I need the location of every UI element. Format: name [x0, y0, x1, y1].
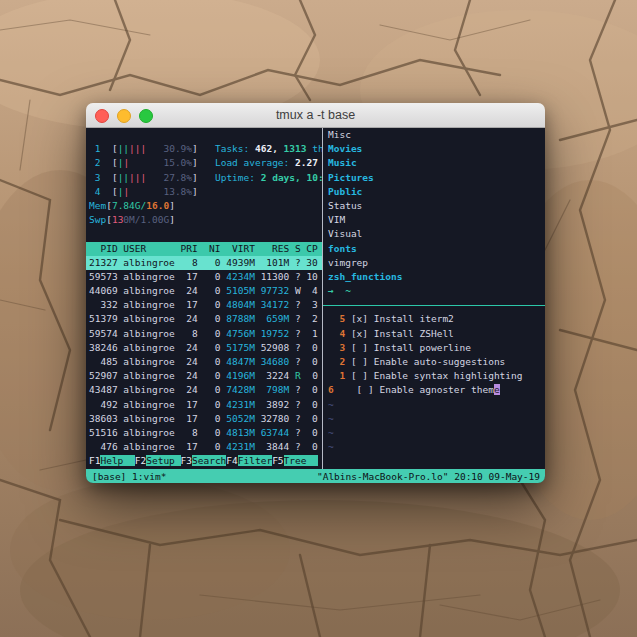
cpu-meter-3: 3 [||||| 27.8%] Uptime: 2 days, 10:1 — [86, 171, 322, 185]
process-row[interactable]: 52907 albingroe 24 0 4196M 3224 R 0 — [86, 369, 322, 383]
vim-tilde-line: ~ — [323, 412, 545, 426]
vim-checklist-line: 5 [x] Install iterm2 — [323, 312, 545, 326]
tmux-status-bar: [base] 1:vim* "Albins-MacBook-Pro.lo" 20… — [86, 469, 545, 483]
process-row[interactable]: 38603 albingroe 17 0 5052M 32780 ? 0 — [86, 412, 322, 426]
directory-entry: Visual — [323, 227, 545, 241]
tmux-host-time: "Albins-MacBook-Pro.lo" 20:10 09-May-19 — [317, 469, 540, 483]
process-row[interactable]: 51516 albingroe 8 0 4813M 63744 ? 0 — [86, 426, 322, 440]
process-row-selected[interactable]: 21327 albingroe 8 0 4939M 101M ? 30 — [86, 256, 322, 270]
pane-divider-line — [323, 305, 545, 306]
process-row[interactable]: 492 albingroe 17 0 4231M 3892 ? 0 — [86, 398, 322, 412]
process-row[interactable]: 43487 albingroe 24 0 7428M 798M ? 0 — [86, 383, 322, 397]
shell-prompt[interactable]: → ~ — [323, 284, 545, 298]
vim-tilde-line: ~ — [323, 426, 545, 440]
desktop-background: tmux a -t base 1 [||||| 30.9%] Tasks: 46… — [0, 0, 637, 637]
process-row[interactable]: 51379 albingroe 24 0 8788M 659M ? 2 — [86, 312, 322, 326]
directory-entry: Public — [323, 185, 545, 199]
shell-vim-pane[interactable]: Misc Movies Music Pictures Public Status… — [323, 128, 545, 469]
directory-entry: fonts — [323, 242, 545, 256]
process-row[interactable]: 485 albingroe 24 0 4847M 34680 ? 0 — [86, 355, 322, 369]
htop-blank-row — [86, 227, 322, 241]
directory-entry: Pictures — [323, 171, 545, 185]
swap-meter: Swp[130M/1.00G] — [86, 213, 322, 227]
htop-pane[interactable]: 1 [||||| 30.9%] Tasks: 462, 1313 thr 2 [… — [86, 128, 323, 469]
process-row[interactable]: 59574 albingroe 8 0 4756M 19752 ? 1 — [86, 327, 322, 341]
vim-checklist-line: 3 [ ] Install powerline — [323, 341, 545, 355]
vim-tilde-line: ~ — [323, 398, 545, 412]
directory-entry: vimgrep — [323, 256, 545, 270]
terminal-window: tmux a -t base 1 [||||| 30.9%] Tasks: 46… — [86, 103, 545, 483]
directory-entry: Misc — [323, 128, 545, 142]
process-row[interactable]: 44069 albingroe 24 0 5105M 97732 W 4 — [86, 284, 322, 298]
pane-divider[interactable] — [323, 298, 545, 312]
tmux-window-tab[interactable]: [base] 1:vim* — [92, 469, 166, 483]
process-row[interactable]: 59573 albingroe 17 0 4234M 11300 ? 10 — [86, 270, 322, 284]
htop-blank-row — [86, 128, 322, 142]
vim-tilde-line: ~ — [323, 440, 545, 454]
terminal-content: 1 [||||| 30.9%] Tasks: 462, 1313 thr 2 [… — [86, 128, 545, 483]
directory-entry: zsh_functions — [323, 270, 545, 284]
process-row[interactable]: 476 albingroe 17 0 4231M 3844 ? 0 — [86, 440, 322, 454]
vim-checklist-line: 1 [ ] Enable syntax highlighting — [323, 369, 545, 383]
cpu-meter-4: 4 [|| 13.8%] — [86, 185, 322, 199]
directory-entry: Music — [323, 156, 545, 170]
process-table-header[interactable]: PID USER PRI NI VIRT RES S CP — [86, 242, 322, 256]
window-titlebar[interactable]: tmux a -t base — [86, 103, 545, 128]
vim-checklist-line: 4 [x] Install ZSHell — [323, 327, 545, 341]
directory-entry: Movies — [323, 142, 545, 156]
memory-meter: Mem[7.84G/16.0] — [86, 199, 322, 213]
cpu-meter-1: 1 [||||| 30.9%] Tasks: 462, 1313 thr — [86, 142, 322, 156]
vim-empty-line — [323, 454, 545, 468]
htop-function-key-bar[interactable]: F1Help F2Setup F3SearchF4FilterF5Tree — [86, 454, 322, 468]
process-row[interactable]: 38246 albingroe 24 0 5175M 52908 ? 0 — [86, 341, 322, 355]
cpu-meter-2: 2 [|| 15.0%] Load average: 2.27 2 — [86, 156, 322, 170]
directory-entry: Status — [323, 199, 545, 213]
window-title: tmux a -t base — [86, 103, 545, 127]
tmux-panes: 1 [||||| 30.9%] Tasks: 462, 1313 thr 2 [… — [86, 128, 545, 469]
process-row[interactable]: 332 albingroe 17 0 4804M 34172 ? 3 — [86, 298, 322, 312]
vim-checklist-line-current[interactable]: 6 [ ] Enable agnoster theme — [323, 383, 545, 397]
directory-entry: VIM — [323, 213, 545, 227]
vim-checklist-line: 2 [ ] Enable auto-suggestions — [323, 355, 545, 369]
